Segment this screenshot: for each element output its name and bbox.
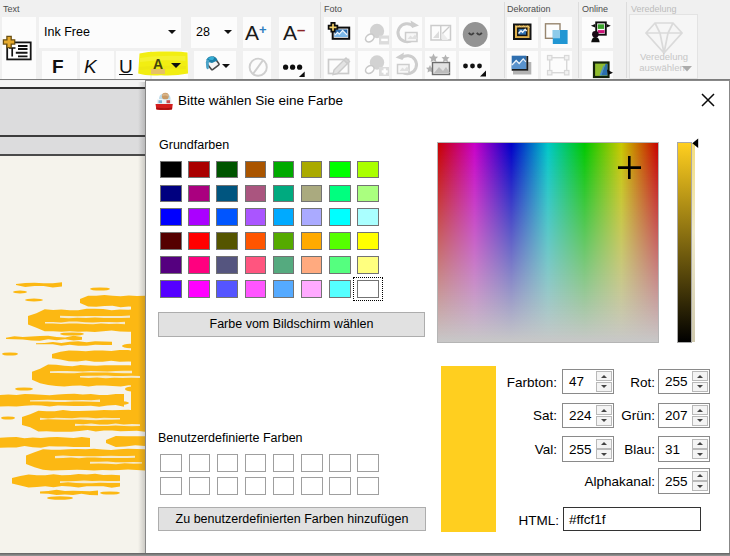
svg-text:Veredelung: Veredelung	[640, 51, 688, 62]
svg-text:auswählen: auswählen	[639, 62, 684, 73]
